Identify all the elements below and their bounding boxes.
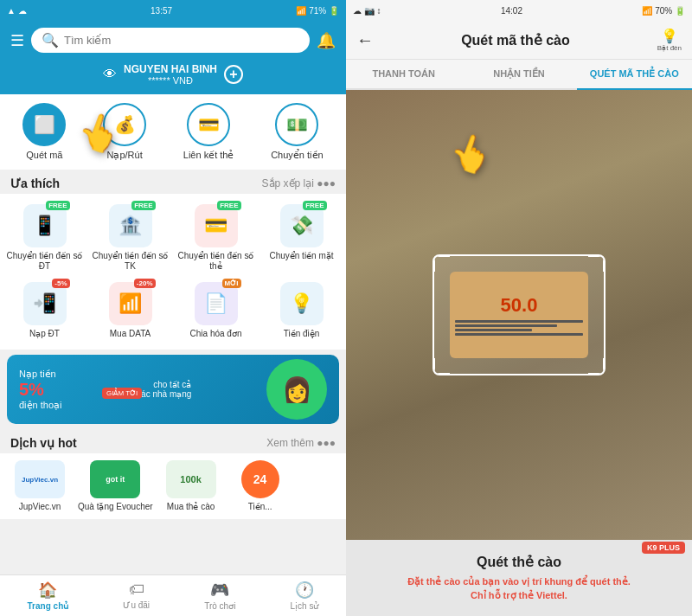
bottom-info: Quét thẻ cào Đặt thẻ cào của bạn vào vị … <box>346 540 692 616</box>
action-qr-label: Quét mã <box>26 150 62 160</box>
scan-frame: 50.0 <box>432 254 606 375</box>
time-right: 14:02 <box>501 6 522 16</box>
hot-icon-4: 24 <box>241 460 279 498</box>
bottom-desc-2: Chỉ hỗ trợ thẻ Viettel. <box>471 590 567 600</box>
action-napRut[interactable]: 💰 Nạp/Rút <box>103 103 146 161</box>
action-napRut-label: Nạp/Rút <box>106 150 142 161</box>
eye-icon[interactable]: 👁 <box>103 67 117 82</box>
corner-tr <box>588 254 606 272</box>
fav-nap-dt[interactable]: 📲 -5% Nạp ĐT <box>3 279 86 343</box>
fav-icon-1: 📱 <box>23 204 67 247</box>
fav-tien-dien[interactable]: 💡 Tiền điện <box>260 279 343 343</box>
lamp-button[interactable]: 💡 Bật đèn <box>657 28 682 52</box>
fav-badge-2: FREE <box>131 201 155 210</box>
fav-icon-wrap-7: 📄 MỚI <box>195 282 238 325</box>
home-icon: 🏠 <box>38 581 57 600</box>
hot-muathe[interactable]: 100k Mua thẻ cào <box>160 460 222 512</box>
corner-br <box>588 358 606 375</box>
fav-label-2: Chuyển tiền đến số TK <box>91 251 170 272</box>
left-status-icons: ▲ ☁ <box>7 6 27 16</box>
bell-icon[interactable]: 🔔 <box>317 31 336 50</box>
page-title-right: Quét mã thẻ cào <box>384 32 647 48</box>
promo-banner[interactable]: Nạp tiền 5% điện thoại cho tất cả các nh… <box>7 355 339 424</box>
status-bar-right: ☁ 📷 ↕ 14:02 📶 70% 🔋 <box>346 0 692 21</box>
banner-badge: GIẢM TỚI <box>102 388 142 399</box>
fav-badge-4: FREE <box>303 201 326 210</box>
bottom-desc: Đặt thẻ cào của bạn vào vị trí khung để … <box>363 575 675 602</box>
action-lienKet[interactable]: 💳 Liên kết thẻ <box>183 103 234 161</box>
card-barcode <box>455 320 583 336</box>
hot-title: Dịch vụ hot <box>10 436 77 450</box>
search-bar[interactable]: 🔍 <box>31 28 310 53</box>
right-right-status: 📶 70% 🔋 <box>642 6 685 16</box>
fav-icon-wrap-2: 🏦 FREE <box>109 204 152 247</box>
scratch-card: 50.0 <box>450 272 588 358</box>
banner-person: 👩 <box>266 359 327 420</box>
lamp-bulb-icon: 💡 <box>661 28 678 44</box>
fav-label-1: Chuyển tiền đến số ĐT <box>5 251 84 272</box>
hot-label-4: Tiền... <box>248 502 272 512</box>
fav-icon-4: 💸 <box>280 204 324 247</box>
lienKet-icon: 💳 <box>187 103 230 146</box>
tabs-bar: THANH TOÁN NHẬN TIỀN QUÉT MÃ THẺ CÀO <box>346 60 692 90</box>
fav-chia-hd[interactable]: 📄 MỚI Chia hóa đơn <box>175 279 257 343</box>
action-qr[interactable]: ⬜ Quét mã <box>22 103 66 161</box>
tro-choi-icon: 🎮 <box>210 581 229 600</box>
right-panel: ☁ 📷 ↕ 14:02 📶 70% 🔋 ← Quét mã thẻ cào 💡 … <box>346 0 692 616</box>
tab-quet-ma[interactable]: QUÉT MÃ THẺ CÀO <box>577 60 692 88</box>
action-chuyenTien[interactable]: 💵 Chuyển tiền <box>271 103 323 161</box>
fav-icon-wrap-1: 📱 FREE <box>23 204 67 247</box>
lamp-label: Bật đèn <box>657 44 682 52</box>
nav-uudai[interactable]: 🏷 Ưu đãi <box>123 581 150 611</box>
right-left-status: ☁ 📷 ↕ <box>353 6 381 16</box>
bottom-desc-1: Đặt thẻ cào của bạn vào vị trí khung để … <box>407 576 631 587</box>
chuyenTien-icon: 💵 <box>275 103 318 146</box>
action-chuyenTien-label: Chuyển tiền <box>271 150 323 161</box>
fav-badge-3: FREE <box>217 201 240 210</box>
search-input[interactable] <box>64 34 299 47</box>
search-icon: 🔍 <box>42 32 59 48</box>
bottom-title: Quét thẻ cào <box>363 554 675 570</box>
tab-thanh-toan[interactable]: THANH TOÁN <box>346 60 461 88</box>
fav-badge-6: -20% <box>134 279 156 288</box>
fav-icon-wrap-5: 📲 -5% <box>23 282 67 325</box>
tab-nhan-tien[interactable]: NHẬN TIỀN <box>461 60 576 88</box>
user-info: NGUYEN HAI BINH ****** VNĐ <box>124 63 217 86</box>
fav-chuyen-dt[interactable]: 📱 FREE Chuyển tiền đến số ĐT <box>3 201 86 275</box>
user-bar: 👁 NGUYEN HAI BINH ****** VNĐ + <box>0 60 346 94</box>
nav-tro-choi[interactable]: 🎮 Trò chơi <box>204 581 235 611</box>
fav-chuyen-mat[interactable]: 💸 FREE Chuyển tiền mặt <box>260 201 343 275</box>
hot-action[interactable]: Xem thêm ●●● <box>266 437 336 449</box>
favorites-header: Ưa thích Sắp xếp lại ●●● <box>0 170 346 194</box>
fav-mua-data[interactable]: 📶 -20% Mua DATA <box>89 279 171 343</box>
user-name: NGUYEN HAI BINH <box>124 63 217 75</box>
back-button[interactable]: ← <box>356 30 374 50</box>
fav-icon-5: 📲 <box>23 282 67 325</box>
hamburger-icon[interactable]: ☰ <box>10 31 24 50</box>
corner-tl <box>432 254 450 272</box>
hot-tien[interactable]: 24 Tiền... <box>229 460 292 512</box>
nav-home[interactable]: 🏠 Trang chủ <box>28 581 69 611</box>
banner-text: Nạp tiền 5% điện thoại <box>19 369 61 411</box>
fav-icon-wrap-8: 💡 <box>280 282 324 325</box>
fav-icon-3: 💳 <box>195 204 238 247</box>
nav-lich-su[interactable]: 🕐 Lịch sử <box>291 581 319 611</box>
nav-home-label: Trang chủ <box>28 601 69 611</box>
corner-bl <box>432 358 450 375</box>
add-money-button[interactable]: + <box>224 65 243 84</box>
favorites-action[interactable]: Sắp xếp lại ●●● <box>262 177 336 189</box>
left-panel: ▲ ☁ 13:57 📶 71% 🔋 ☰ 🔍 🔔 👁 NGUYEN HAI BIN… <box>0 0 346 616</box>
fav-chuyen-the[interactable]: 💳 FREE Chuyển tiền đến số thẻ <box>175 201 257 275</box>
uudai-icon: 🏷 <box>129 581 144 599</box>
qr-icon: ⬜ <box>22 103 66 146</box>
card-value: 50.0 <box>501 294 538 317</box>
fav-chuyen-tk[interactable]: 🏦 FREE Chuyển tiền đến số TK <box>89 201 171 275</box>
nav-uudai-label: Ưu đãi <box>123 600 150 610</box>
favorites-title: Ưa thích <box>10 176 60 190</box>
hot-gotit[interactable]: got it Quà tặng Evoucher <box>78 460 153 512</box>
status-bar-left: ▲ ☁ 13:57 📶 71% 🔋 <box>0 0 346 21</box>
fav-label-8: Tiền điện <box>284 329 320 339</box>
card-line-1 <box>455 320 583 323</box>
banner-line2: 5% <box>19 380 61 400</box>
hot-jupviec[interactable]: JupViec.vn JupViec.vn <box>9 460 71 512</box>
